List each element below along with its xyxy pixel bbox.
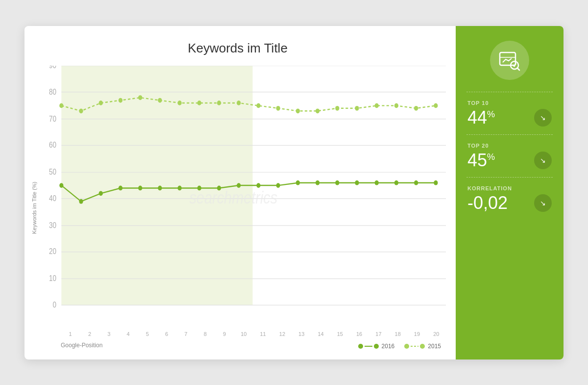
svg-point-60	[414, 180, 418, 185]
svg-point-27	[158, 98, 162, 103]
x-tick-15: 15	[330, 331, 349, 337]
top20-trend-icon: ↘	[540, 156, 546, 164]
stat-block-top10: TOP 10 44% ↘	[456, 92, 564, 134]
svg-point-53	[276, 183, 280, 188]
legend-label-2016: 2016	[382, 343, 395, 350]
korrelation-trend-icon: ↘	[540, 199, 546, 207]
svg-point-28	[177, 101, 181, 105]
svg-point-44	[99, 191, 103, 196]
svg-rect-0	[61, 66, 252, 305]
svg-point-57	[355, 180, 359, 185]
legend-label-2015: 2015	[428, 343, 441, 350]
svg-point-30	[217, 101, 221, 105]
legend-item-2016: 2016	[358, 343, 395, 350]
x-tick-20: 20	[427, 331, 446, 337]
x-tick-7: 7	[176, 331, 196, 337]
svg-point-31	[237, 101, 241, 105]
svg-text:50: 50	[49, 168, 56, 176]
svg-text:60: 60	[49, 141, 56, 149]
top20-value-row: 45% ↘	[467, 152, 552, 169]
stat-block-top20: TOP 20 45% ↘	[456, 135, 564, 177]
x-tick-1: 1	[61, 331, 80, 337]
svg-point-43	[79, 199, 83, 204]
korrelation-trend-button[interactable]: ↘	[534, 194, 552, 212]
chart-area: 90 80 70 60 50 40 30 20 10 0 searchmetri…	[41, 66, 446, 329]
x-tick-9: 9	[215, 331, 234, 337]
svg-point-54	[296, 180, 300, 185]
legend-dot2-2016	[374, 344, 379, 349]
y-axis-label: Keywords im Title (%)	[29, 66, 39, 350]
chart-title: Keywords im Title	[29, 41, 446, 56]
search-analytics-icon	[498, 49, 521, 72]
top20-trend-button[interactable]: ↘	[534, 152, 552, 169]
svg-point-52	[256, 183, 260, 188]
legend-dot2-2015	[420, 344, 425, 349]
svg-point-40	[414, 105, 418, 110]
legend-dot-2015	[404, 344, 409, 349]
main-card: Keywords im Title Keywords im Title (%)	[24, 26, 564, 359]
svg-point-58	[375, 180, 379, 185]
stat-block-korrelation: KORRELATION -0,02 ↘	[456, 178, 564, 220]
svg-point-42	[59, 183, 63, 188]
top10-value: 44%	[467, 109, 495, 127]
svg-text:0: 0	[53, 301, 56, 309]
legend-line-2015	[411, 346, 418, 347]
x-tick-5: 5	[138, 331, 157, 337]
svg-text:90: 90	[49, 66, 56, 70]
svg-point-39	[394, 103, 398, 108]
top20-label: TOP 20	[467, 143, 552, 149]
korrelation-label: KORRELATION	[467, 185, 552, 191]
chart-container: Keywords im Title (%)	[29, 66, 446, 350]
svg-point-36	[335, 105, 339, 110]
x-tick-8: 8	[196, 331, 215, 337]
svg-point-51	[237, 183, 241, 188]
svg-rect-62	[500, 52, 515, 65]
chart-legend: 2016 2015	[358, 343, 446, 350]
svg-point-25	[119, 98, 122, 103]
top20-value: 45%	[467, 152, 495, 169]
svg-point-33	[276, 105, 280, 110]
legend-dot-2016	[358, 344, 363, 349]
x-tick-2: 2	[80, 331, 99, 337]
svg-text:searchmetrics: searchmetrics	[189, 188, 277, 207]
sidebar-icon-area	[456, 26, 564, 92]
svg-point-48	[177, 185, 181, 190]
svg-text:40: 40	[49, 194, 56, 202]
svg-point-24	[99, 101, 103, 105]
svg-text:30: 30	[49, 221, 56, 229]
svg-point-56	[335, 180, 339, 185]
korrelation-value: -0,02	[467, 194, 508, 212]
sidebar: TOP 10 44% ↘ TOP 20 45% ↘	[456, 26, 564, 359]
svg-point-37	[355, 105, 359, 110]
svg-point-45	[119, 185, 122, 190]
legend-item-2015: 2015	[404, 343, 441, 350]
x-tick-12: 12	[272, 331, 292, 337]
svg-point-41	[434, 103, 438, 108]
svg-point-32	[256, 103, 260, 108]
svg-line-65	[517, 68, 520, 70]
sidebar-icon-circle	[490, 41, 529, 80]
chart-section: Keywords im Title Keywords im Title (%)	[24, 26, 456, 359]
svg-point-55	[316, 180, 319, 185]
svg-text:80: 80	[49, 87, 56, 96]
svg-point-46	[138, 185, 142, 190]
svg-point-47	[158, 185, 162, 190]
chart-inner: 90 80 70 60 50 40 30 20 10 0 searchmetri…	[41, 66, 446, 350]
x-tick-14: 14	[311, 331, 330, 337]
svg-text:10: 10	[49, 274, 56, 282]
svg-point-49	[197, 185, 201, 190]
svg-point-26	[138, 95, 142, 100]
top10-trend-icon: ↘	[540, 114, 546, 122]
top10-trend-button[interactable]: ↘	[534, 109, 552, 127]
svg-text:20: 20	[49, 247, 56, 256]
x-tick-4: 4	[119, 331, 138, 337]
korrelation-value-row: -0,02 ↘	[467, 194, 552, 212]
svg-point-29	[197, 101, 201, 105]
chart-svg: 90 80 70 60 50 40 30 20 10 0 searchmetri…	[41, 66, 446, 329]
svg-point-35	[316, 108, 319, 113]
svg-point-59	[394, 180, 398, 185]
x-tick-19: 19	[407, 331, 426, 337]
x-tick-13: 13	[292, 331, 311, 337]
svg-point-50	[217, 185, 221, 190]
x-tick-18: 18	[388, 331, 407, 337]
